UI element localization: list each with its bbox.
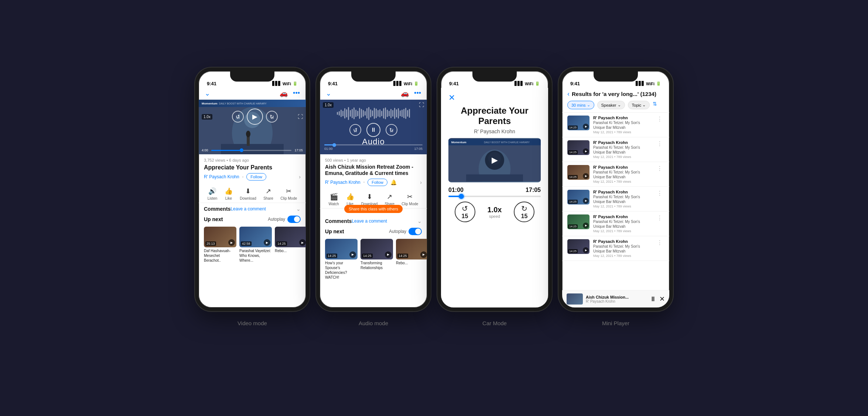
back-chevron-icon[interactable]: ⌄ bbox=[205, 89, 210, 97]
result-more-4-5[interactable]: ⋮ bbox=[655, 239, 664, 246]
stats-sep-2: • bbox=[344, 158, 347, 162]
result-info-4-5: R' Paysach Krohn Parashat Ki Tetzei: My … bbox=[593, 239, 652, 258]
car-mode-icon[interactable]: 🚗 bbox=[280, 89, 288, 97]
speaker-name-1[interactable]: R' Paysach Krohn bbox=[204, 174, 239, 179]
close-btn-3[interactable]: ✕ bbox=[448, 93, 455, 103]
speed-badge-2[interactable]: 1.0x bbox=[323, 102, 334, 108]
speed-label-3: speed bbox=[489, 214, 500, 219]
mini-pause-btn-4[interactable]: ⏸ bbox=[650, 295, 656, 303]
result-item-4-0[interactable]: 14:25 ▶ R' Paysach Krohn Parashat Ki Tet… bbox=[562, 113, 669, 137]
chevron-down-icon-1[interactable]: › bbox=[299, 174, 301, 180]
clip-action-2[interactable]: ✂ Clip Mode bbox=[401, 193, 418, 206]
result-more-4-1[interactable]: ⋮ bbox=[655, 140, 664, 147]
thumb-play-icon-2-1[interactable]: ▶ bbox=[385, 251, 392, 258]
leave-comment-link-1[interactable]: Leave a comment bbox=[230, 206, 266, 212]
sort-icon-4[interactable]: ⇅ bbox=[653, 101, 657, 109]
result-duration-4-4: 14:25 bbox=[568, 224, 578, 228]
result-more-4-4[interactable]: ⋮ bbox=[655, 214, 664, 221]
thumb-item-1-2[interactable]: 14:25 ▶ Rebo... bbox=[275, 227, 306, 263]
speaker-name-2[interactable]: R' Paysach Krohn bbox=[325, 180, 360, 185]
thumb-play-icon-2-2[interactable]: ▶ bbox=[420, 251, 427, 258]
result-more-4-3[interactable]: ⋮ bbox=[655, 190, 664, 197]
thumb-play-icon-2-0[interactable]: ▶ bbox=[349, 251, 356, 258]
car-skip-back-btn-3[interactable]: ↺ 15 bbox=[455, 202, 475, 222]
share-popup-2[interactable]: Share this class with others bbox=[344, 205, 403, 213]
like-action-2[interactable]: 👍 Like bbox=[346, 193, 354, 206]
skip-fwd-btn-1[interactable]: ↻ 15 bbox=[266, 111, 278, 123]
skip-back-btn-1[interactable]: ↺ 15 bbox=[232, 111, 244, 123]
download-action-2[interactable]: ⬇ Download bbox=[361, 193, 377, 206]
result-duration-4-0: 14:25 bbox=[568, 126, 578, 130]
result-play-4-3[interactable]: ▶ bbox=[583, 198, 589, 204]
result-play-4-1[interactable]: ▶ bbox=[583, 148, 589, 154]
speed-control-3[interactable]: 1.0x speed bbox=[488, 206, 502, 219]
comments-chevron-1[interactable]: ⌄ bbox=[296, 206, 301, 212]
thumb-item-1-0[interactable]: 25:13 ▶ Daf Hashavuah- Mesechet Berachot… bbox=[204, 227, 236, 263]
speed-badge-1[interactable]: 1.0x bbox=[202, 114, 212, 120]
filter-topic-4[interactable]: Topic ⌄ bbox=[628, 101, 650, 109]
thumb-play-icon-1-1[interactable]: ▶ bbox=[264, 239, 270, 246]
comments-chevron-2[interactable]: ⌄ bbox=[417, 218, 422, 224]
car-mode-icon-2[interactable]: 🚗 bbox=[401, 89, 409, 97]
thumb-item-2-0[interactable]: 14:25 ▶ How's your Spouse's Deficiencies… bbox=[325, 239, 358, 280]
audio-pause-btn-2[interactable]: ⏸ bbox=[366, 123, 380, 137]
status-icons-1: ▋▋▋ WiFi 🔋 bbox=[272, 81, 298, 86]
thumb-play-icon-1-0[interactable]: ▶ bbox=[228, 239, 235, 246]
result-item-4-3[interactable]: 14:25 ▶ R' Paysach Krohn Parashat Ki Tet… bbox=[562, 187, 669, 212]
progress-bar-1[interactable] bbox=[211, 150, 292, 151]
car-skip-fwd-btn-3[interactable]: ↻ 15 bbox=[514, 202, 534, 222]
car-progress-bar-3[interactable] bbox=[448, 196, 541, 197]
leave-comment-link-2[interactable]: Leave a comment bbox=[352, 219, 387, 224]
share-action-2[interactable]: ↗ Share bbox=[385, 193, 395, 206]
thumb-play-icon-1-2[interactable]: ▶ bbox=[299, 239, 306, 246]
thumb-item-1-1[interactable]: 42:58 ▶ Parashat Vayeitzei: Who Knows, W… bbox=[239, 227, 272, 263]
like-action-1[interactable]: 👍 Like bbox=[225, 187, 233, 200]
autoplay-toggle-2[interactable] bbox=[409, 228, 422, 235]
audio-prog-bar-2[interactable] bbox=[324, 144, 423, 145]
result-duration-4-3: 14:25 bbox=[568, 200, 578, 204]
result-play-4-0[interactable]: ▶ bbox=[583, 124, 589, 130]
back-chevron-icon-2[interactable]: ⌄ bbox=[326, 89, 331, 97]
share-action-1[interactable]: ↗ Share bbox=[263, 187, 273, 200]
result-item-4-2[interactable]: 14:25 ▶ R' Paysach Krohn Parashat Ki Tet… bbox=[562, 162, 669, 187]
mini-close-btn-4[interactable]: ✕ bbox=[659, 295, 665, 303]
clip-action-1[interactable]: ✂ Clip Mode bbox=[280, 187, 297, 200]
download-action-1[interactable]: ⬇ Download bbox=[240, 187, 256, 200]
autoplay-toggle-1[interactable] bbox=[287, 216, 301, 223]
follow-btn-1[interactable]: Follow bbox=[246, 173, 266, 181]
watch-action-2[interactable]: 🎬 Watch bbox=[329, 193, 339, 206]
thumb-duration-2-0: 14:25 bbox=[327, 254, 337, 258]
thumb-item-2-2[interactable]: 14:25 ▶ Rebo... bbox=[396, 239, 427, 280]
fullscreen-icon-2[interactable]: ⛶ bbox=[419, 102, 424, 108]
result-item-4-5[interactable]: 14:25 ▶ R' Paysach Krohn Parashat Ki Tet… bbox=[562, 236, 669, 261]
thumb-item-2-1[interactable]: 14:25 ▶ Transforming Relationships bbox=[360, 239, 393, 280]
more-options-icon[interactable]: ••• bbox=[293, 89, 300, 97]
result-item-4-1[interactable]: 14:25 ▶ R' Paysach Krohn Parashat Ki Tet… bbox=[562, 137, 669, 162]
result-play-4-2[interactable]: ▶ bbox=[583, 173, 589, 179]
bell-icon-2[interactable]: 🔔 bbox=[390, 179, 397, 185]
result-more-4-0[interactable]: ⋮ bbox=[655, 116, 664, 123]
result-more-4-2[interactable]: ⋮ bbox=[655, 165, 664, 172]
audio-skip-fwd-btn-2[interactable]: ↻ 15 bbox=[386, 124, 397, 136]
battery-icon-3: 🔋 bbox=[535, 81, 540, 86]
more-options-icon-2[interactable]: ••• bbox=[414, 89, 421, 97]
back-title-row-4: ‹ Results for 'a very long...' (1234) bbox=[567, 90, 664, 98]
car-play-btn-3[interactable]: ▶ bbox=[485, 151, 504, 170]
fullscreen-icon-1[interactable]: ⛶ bbox=[298, 114, 303, 120]
back-btn-4[interactable]: ‹ bbox=[567, 90, 570, 98]
follow-btn-2[interactable]: Follow bbox=[368, 179, 387, 186]
comments-title-2: Comments bbox=[325, 218, 352, 224]
filter-30mins-4[interactable]: 30 mins ⌄ bbox=[567, 101, 594, 109]
share-icon-2: ↗ bbox=[387, 193, 392, 201]
result-play-4-5[interactable]: ▶ bbox=[583, 247, 589, 253]
listen-action-1[interactable]: 🔊 Listen bbox=[208, 187, 218, 200]
result-play-4-4[interactable]: ▶ bbox=[583, 223, 589, 228]
chevron-down-icon-2[interactable]: › bbox=[420, 179, 422, 185]
play-pause-btn-1[interactable]: ▶ bbox=[247, 109, 263, 125]
filter-speaker-4[interactable]: Speaker ⌄ bbox=[597, 101, 625, 109]
audio-skip-back-btn-2[interactable]: ↺ 15 bbox=[349, 124, 361, 136]
car-title-3: Appreciate Your Parents bbox=[448, 106, 541, 126]
status-icons-4: ▋▋▋ WiFi 🔋 bbox=[636, 81, 661, 86]
phone-label-2: Audio mode bbox=[359, 320, 388, 326]
result-item-4-4[interactable]: 14:25 ▶ R' Paysach Krohn Parashat Ki Tet… bbox=[562, 212, 669, 236]
